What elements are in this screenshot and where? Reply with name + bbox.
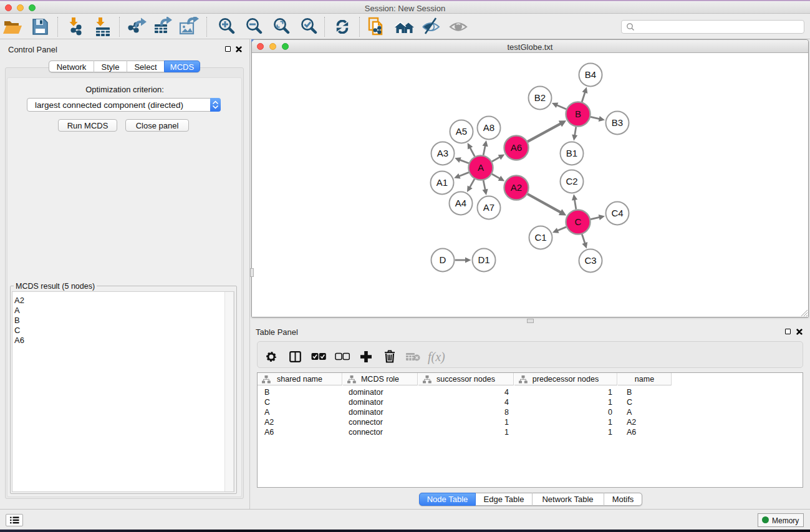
svg-text:C3: C3 — [584, 255, 596, 266]
svg-text:C4: C4 — [611, 208, 623, 218]
svg-text:A2: A2 — [511, 182, 522, 193]
svg-text:A7: A7 — [483, 202, 494, 213]
svg-text:A4: A4 — [455, 198, 466, 208]
svg-text:A6: A6 — [511, 142, 522, 153]
svg-text:B4: B4 — [585, 69, 596, 80]
svg-text:C: C — [575, 216, 582, 227]
svg-text:C1: C1 — [534, 232, 546, 243]
svg-text:B1: B1 — [566, 148, 577, 158]
svg-text:B3: B3 — [612, 117, 623, 128]
svg-text:A: A — [478, 162, 484, 173]
svg-text:A3: A3 — [437, 148, 448, 158]
svg-text:C2: C2 — [566, 176, 577, 186]
svg-text:D: D — [440, 254, 446, 265]
svg-text:B: B — [575, 109, 581, 119]
svg-text:A8: A8 — [483, 122, 494, 133]
svg-text:D1: D1 — [478, 254, 489, 265]
svg-text:A1: A1 — [436, 177, 448, 188]
svg-text:B2: B2 — [534, 92, 546, 103]
svg-text:A5: A5 — [456, 126, 467, 137]
